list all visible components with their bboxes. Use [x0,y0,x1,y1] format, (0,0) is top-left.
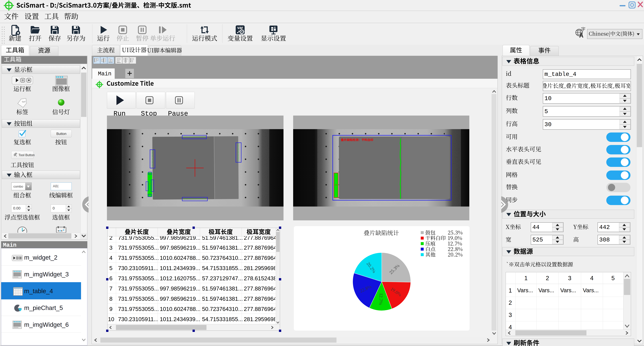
svg-text:combo: combo [14,185,23,188]
svg-text:var: var [237,26,243,30]
